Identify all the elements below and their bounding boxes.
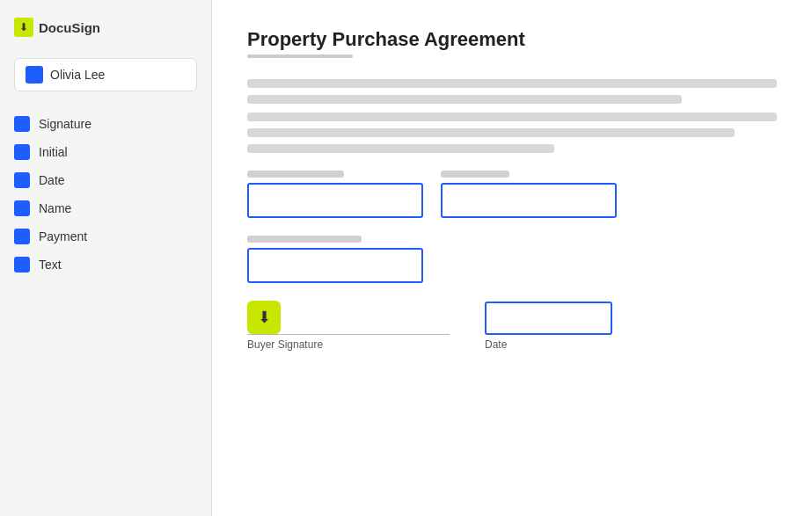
logo: ⬇ DocuSign bbox=[14, 18, 197, 37]
name-label: Name bbox=[39, 201, 71, 215]
form-group-3 bbox=[247, 236, 423, 283]
date-input[interactable] bbox=[485, 302, 612, 335]
text-color-dot bbox=[14, 257, 30, 273]
user-avatar bbox=[26, 66, 43, 84]
text-line-3 bbox=[247, 113, 777, 121]
field-list: Signature Initial Date Name Payment Text bbox=[14, 116, 197, 273]
sidebar: ⬇ DocuSign Olivia Lee Signature Initial … bbox=[0, 0, 211, 516]
signature-area: ⬇ Buyer Signature Date bbox=[247, 301, 777, 351]
form-label-bar-2 bbox=[441, 171, 509, 178]
form-label-bar-1 bbox=[247, 171, 344, 178]
form-input-1[interactable] bbox=[247, 183, 423, 218]
buyer-signature-group: ⬇ Buyer Signature bbox=[247, 301, 450, 351]
form-input-2[interactable] bbox=[441, 183, 617, 218]
date-color-dot bbox=[14, 172, 30, 188]
payment-label: Payment bbox=[39, 229, 87, 243]
date-caption: Date bbox=[485, 338, 612, 351]
sidebar-item-date[interactable]: Date bbox=[14, 172, 197, 188]
form-group-1 bbox=[247, 171, 423, 218]
sidebar-item-signature[interactable]: Signature bbox=[14, 116, 197, 132]
sidebar-item-text[interactable]: Text bbox=[14, 257, 197, 273]
user-button[interactable]: Olivia Lee bbox=[14, 58, 197, 91]
name-color-dot bbox=[14, 200, 30, 216]
document-title: Property Purchase Agreement bbox=[247, 28, 777, 51]
title-underline bbox=[247, 55, 353, 58]
sidebar-item-name[interactable]: Name bbox=[14, 200, 197, 216]
sidebar-item-payment[interactable]: Payment bbox=[14, 229, 197, 244]
body-text-block bbox=[247, 79, 777, 153]
payment-color-dot bbox=[14, 229, 30, 244]
sidebar-item-initial[interactable]: Initial bbox=[14, 144, 197, 160]
text-line-4 bbox=[247, 128, 735, 137]
download-icon: ⬇ bbox=[258, 308, 271, 327]
form-input-3[interactable] bbox=[247, 248, 423, 283]
form-row-1 bbox=[247, 171, 777, 218]
form-group-2 bbox=[441, 171, 617, 218]
document-area: Property Purchase Agreement ⬇ bbox=[211, 0, 812, 516]
signature-label: Signature bbox=[39, 117, 91, 131]
initial-color-dot bbox=[14, 144, 30, 160]
text-line-2 bbox=[247, 95, 682, 104]
form-label-bar-3 bbox=[247, 236, 362, 243]
text-line-5 bbox=[247, 144, 554, 153]
signature-line bbox=[247, 334, 450, 335]
signature-color-dot bbox=[14, 116, 30, 132]
initial-label: Initial bbox=[39, 145, 68, 159]
buyer-signature-caption: Buyer Signature bbox=[247, 338, 450, 351]
text-line-1 bbox=[247, 79, 777, 88]
docusign-logo-icon: ⬇ bbox=[14, 18, 33, 37]
date-label: Date bbox=[39, 173, 65, 187]
form-row-2 bbox=[247, 236, 777, 283]
signature-icon-button[interactable]: ⬇ bbox=[247, 301, 281, 334]
logo-text: DocuSign bbox=[39, 20, 100, 35]
date-group: Date bbox=[485, 302, 612, 351]
user-name: Olivia Lee bbox=[50, 68, 105, 82]
text-label: Text bbox=[39, 258, 62, 272]
